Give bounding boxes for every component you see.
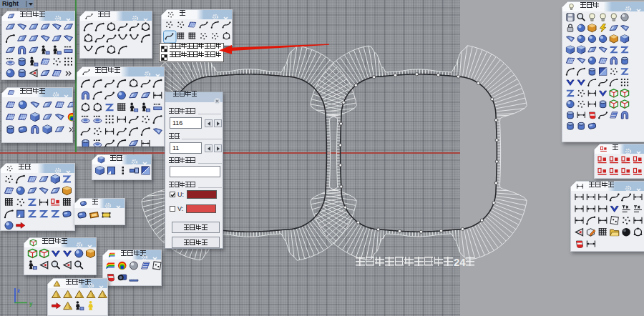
svg-text:z: z bbox=[17, 287, 20, 294]
svg-text:y: y bbox=[29, 300, 33, 307]
